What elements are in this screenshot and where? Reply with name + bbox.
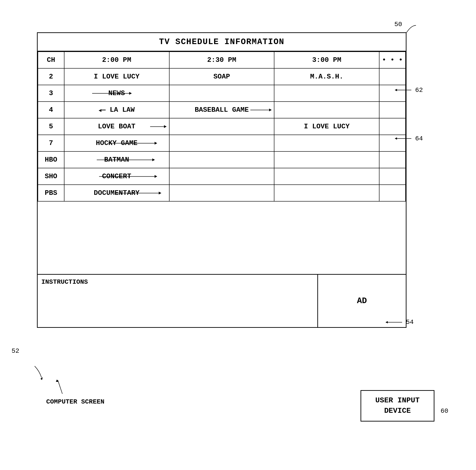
ch-3: 3 — [38, 85, 64, 102]
cell-7-3pm — [274, 135, 379, 151]
cell-3-3pm — [274, 85, 379, 102]
program-documentary: DOCUMENTARY ► — [64, 185, 169, 201]
svg-marker-8 — [56, 379, 59, 382]
ad-label: AD — [357, 296, 367, 306]
ch-sho: SHO — [38, 168, 64, 185]
ref-60: 60 — [441, 407, 448, 415]
header-230pm: 2:30 PM — [169, 52, 274, 68]
instructions-box: INSTRUCTIONS — [38, 275, 318, 327]
ref-54: 54 — [406, 319, 414, 326]
program-la-law: ◀— LA LAW — [64, 102, 169, 118]
cell-pbs-more — [379, 185, 406, 201]
program-batman: BATMAN ► — [64, 151, 169, 168]
ref-62-arrow — [393, 87, 414, 94]
table-row: 7 HOCKY GAME ► — [38, 135, 406, 151]
cell-pbs-3pm — [274, 185, 379, 201]
ref-54-arrow — [384, 319, 404, 326]
ch-7: 7 — [38, 135, 64, 151]
program-soap: SOAP — [169, 68, 274, 85]
ch-4: 4 — [38, 102, 64, 118]
cell-hbo-3pm — [274, 151, 379, 168]
cell-hbo-230 — [169, 151, 274, 168]
table-row: SHO CONCERT ► — [38, 168, 406, 185]
table-row: 3 NEWS ► — [38, 85, 406, 102]
user-input-device-box: USER INPUTDEVICE — [360, 390, 434, 421]
program-concert: CONCERT ► — [64, 168, 169, 185]
ref-62: 62 — [415, 87, 423, 94]
program-hocky: HOCKY GAME ► — [64, 135, 169, 151]
cell-sho-230 — [169, 168, 274, 185]
header-more: • • • — [379, 52, 406, 68]
table-row: HBO BATMAN ► — [38, 151, 406, 168]
svg-marker-7 — [386, 321, 388, 324]
table-row: 2 I LOVE LUCY SOAP M.A.S.H. — [38, 68, 406, 85]
header-3pm: 3:00 PM — [274, 52, 379, 68]
cell-pbs-230 — [169, 185, 274, 201]
program-news: NEWS ► — [64, 85, 169, 102]
program-mash: M.A.S.H. — [274, 68, 379, 85]
cell-sho-3pm — [274, 168, 379, 185]
screen-title: TV SCHEDULE INFORMATION — [38, 33, 406, 51]
program-love-boat: LOVE BOAT ► — [64, 118, 169, 135]
computer-screen-arrow — [55, 378, 69, 396]
table-row: 4 ◀— LA LAW BASEBALL GAME ► — [38, 102, 406, 118]
screen-box: TV SCHEDULE INFORMATION CH 2:00 PM 2:30 … — [37, 32, 407, 328]
svg-marker-4 — [395, 137, 397, 140]
header-ch: CH — [38, 52, 64, 68]
cell-5-more — [379, 118, 406, 135]
diagram-container: 50 TV SCHEDULE INFORMATION CH 2:00 PM 2:… — [23, 18, 453, 452]
program-i-love-lucy-2: I LOVE LUCY — [274, 118, 379, 135]
table-row: 5 LOVE BOAT ► I LOVE LUCY — [38, 118, 406, 135]
program-i-love-lucy-1: I LOVE LUCY — [64, 68, 169, 85]
cell-empty-2 — [379, 68, 406, 85]
ref-52-arrow — [28, 364, 46, 382]
ch-5: 5 — [38, 118, 64, 135]
cell-sho-more — [379, 168, 406, 185]
instructions-label: INSTRUCTIONS — [41, 278, 88, 286]
table-row: PBS DOCUMENTARY ► — [38, 185, 406, 201]
schedule-table: CH 2:00 PM 2:30 PM 3:00 PM • • • 2 I LOV… — [38, 51, 406, 202]
cell-4-more — [379, 102, 406, 118]
cell-4-3pm — [274, 102, 379, 118]
ref-64-arrow — [393, 135, 414, 142]
computer-screen-label: COMPUTER SCREEN — [46, 398, 104, 405]
svg-marker-2 — [395, 89, 397, 91]
cell-hbo-more — [379, 151, 406, 168]
cell-3-230 — [169, 85, 274, 102]
header-2pm: 2:00 PM — [64, 52, 169, 68]
cell-7-230 — [169, 135, 274, 151]
program-baseball: BASEBALL GAME ► — [169, 102, 274, 118]
bottom-section: INSTRUCTIONS AD — [38, 274, 406, 327]
ref-52: 52 — [12, 347, 19, 355]
ref-64: 64 — [415, 135, 423, 142]
ch-hbo: HBO — [38, 151, 64, 168]
ch-2: 2 — [38, 68, 64, 85]
user-input-label: USER INPUTDEVICE — [375, 396, 420, 415]
ch-pbs: PBS — [38, 185, 64, 201]
cell-5-230 — [169, 118, 274, 135]
